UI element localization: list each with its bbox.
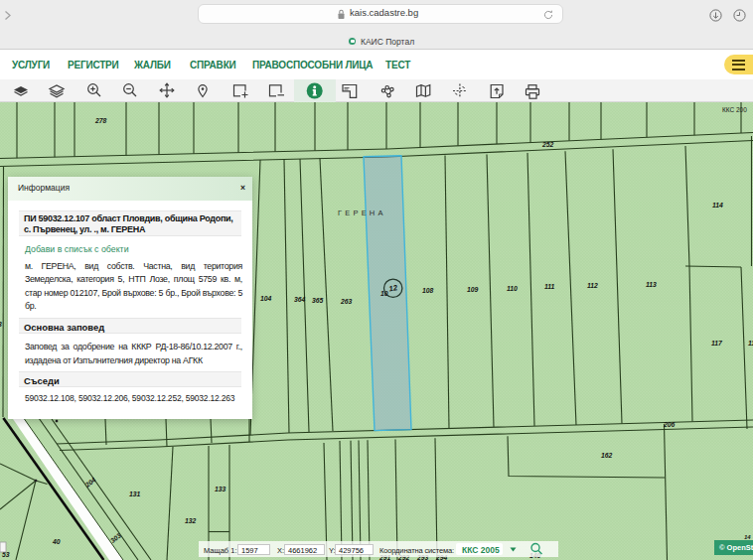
svg-text:133: 133 — [215, 486, 226, 492]
svg-text:114: 114 — [712, 202, 723, 209]
svg-text:206: 206 — [663, 421, 676, 428]
svg-text:117: 117 — [711, 340, 723, 347]
svg-text:111: 111 — [544, 283, 555, 290]
svg-text:104: 104 — [260, 295, 272, 302]
svg-text:ГЕРЕНА: ГЕРЕНА — [338, 209, 386, 217]
svg-text:108: 108 — [422, 287, 434, 294]
svg-text:364: 364 — [294, 296, 306, 303]
svg-text:278: 278 — [94, 117, 107, 124]
svg-text:ККС 200: ККС 200 — [722, 106, 747, 113]
svg-text:365: 365 — [312, 297, 324, 304]
svg-text:263: 263 — [340, 298, 353, 305]
svg-text:112: 112 — [587, 282, 598, 289]
svg-text:162: 162 — [601, 452, 613, 459]
svg-text:3: 3 — [0, 321, 2, 328]
svg-text:252: 252 — [541, 141, 554, 148]
svg-text:131: 131 — [129, 490, 141, 497]
svg-text:132: 132 — [185, 517, 197, 524]
svg-text:11: 11 — [748, 340, 753, 347]
svg-text:10: 10 — [380, 290, 388, 297]
svg-text:110: 110 — [507, 285, 518, 292]
svg-text:40: 40 — [52, 538, 61, 545]
svg-text:109: 109 — [467, 286, 479, 293]
svg-text:113: 113 — [646, 281, 657, 288]
